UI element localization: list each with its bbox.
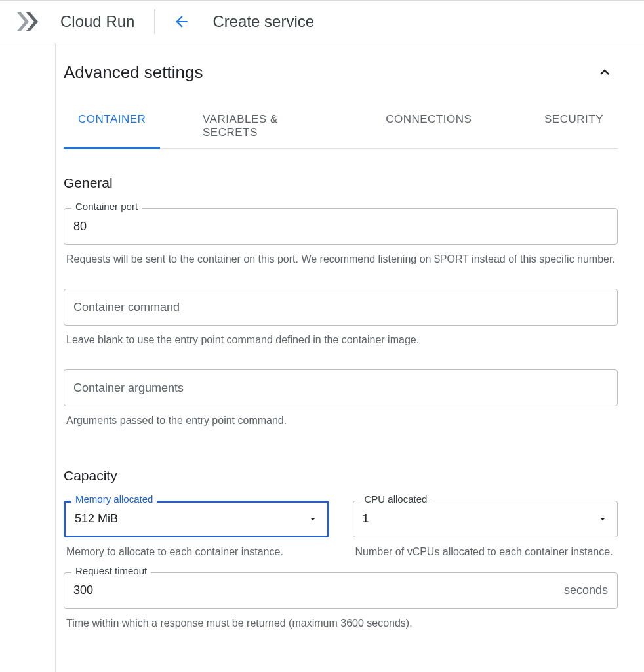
- tab-bar: CONTAINER VARIABLES & SECRETS CONNECTION…: [64, 104, 618, 149]
- memory-allocated-label: Memory allocated: [71, 494, 157, 505]
- back-button[interactable]: [169, 9, 194, 34]
- cpu-allocated-value: 1: [363, 512, 369, 526]
- cpu-allocated-label: CPU allocated: [361, 494, 432, 505]
- product-name: Cloud Run: [60, 12, 134, 31]
- tab-security[interactable]: SECURITY: [530, 104, 618, 148]
- container-arguments-input[interactable]: [73, 381, 608, 395]
- svg-marker-0: [17, 12, 29, 31]
- arrow-left-icon: [173, 13, 190, 30]
- memory-allocated-value: 512 MiB: [75, 512, 118, 526]
- container-port-helper: Requests will be sent to the container o…: [66, 251, 615, 266]
- container-arguments-helper: Arguments passed to the entry point comm…: [66, 413, 615, 428]
- memory-allocated-select[interactable]: 512 MiB: [64, 501, 329, 537]
- container-port-input[interactable]: [73, 220, 608, 234]
- caret-down-icon: [308, 514, 318, 524]
- container-command-helper: Leave blank to use the entry point comma…: [66, 332, 615, 347]
- request-timeout-field: Request timeout seconds: [64, 572, 618, 609]
- cpu-allocated-helper: Number of vCPUs allocated to each contai…: [355, 544, 616, 559]
- container-port-label: Container port: [71, 201, 142, 212]
- container-arguments-field: [64, 369, 618, 406]
- capacity-heading: Capacity: [64, 468, 618, 484]
- chevron-up-icon: [592, 59, 618, 85]
- section-title: Advanced settings: [64, 62, 203, 83]
- tab-connections[interactable]: CONNECTIONS: [371, 104, 486, 148]
- container-command-input[interactable]: [73, 301, 608, 314]
- tab-variables-secrets[interactable]: VARIABLES & SECRETS: [188, 104, 341, 148]
- general-heading: General: [64, 175, 618, 191]
- container-command-field: [64, 289, 618, 326]
- caret-down-icon: [597, 514, 608, 524]
- request-timeout-label: Request timeout: [71, 565, 151, 576]
- top-bar: Cloud Run Create service: [0, 0, 644, 43]
- request-timeout-input[interactable]: [73, 583, 557, 597]
- tab-container[interactable]: CONTAINER: [64, 104, 160, 149]
- divider: [154, 9, 155, 34]
- page-title: Create service: [212, 12, 314, 31]
- content-area: Advanced settings CONTAINER VARIABLES & …: [55, 43, 644, 672]
- request-timeout-helper: Time within which a response must be ret…: [66, 616, 615, 631]
- request-timeout-suffix: seconds: [557, 583, 608, 597]
- cloud-run-logo-icon: [16, 11, 47, 32]
- container-port-field: Container port: [64, 208, 618, 245]
- advanced-settings-toggle[interactable]: Advanced settings: [64, 59, 618, 85]
- cpu-allocated-select[interactable]: 1: [353, 501, 618, 537]
- memory-allocated-helper: Memory to allocate to each container ins…: [66, 544, 327, 559]
